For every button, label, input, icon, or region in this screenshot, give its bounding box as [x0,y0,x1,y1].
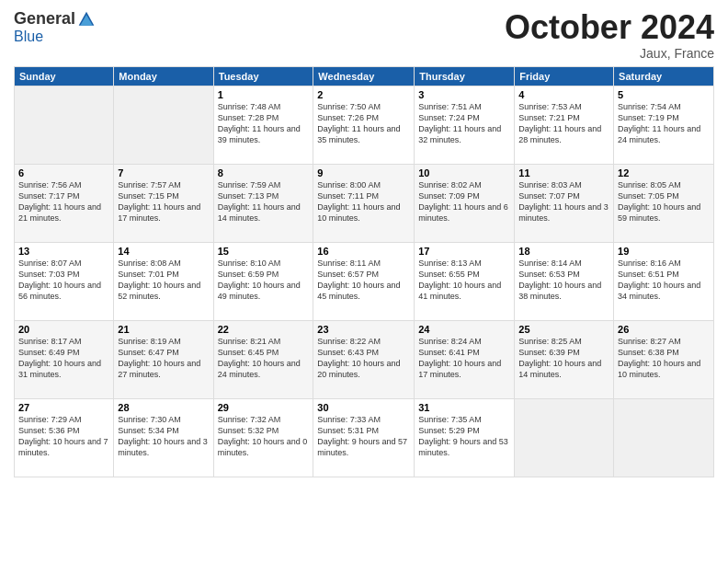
col-tuesday: Tuesday [213,66,313,86]
calendar: Sunday Monday Tuesday Wednesday Thursday… [14,66,714,477]
day-number: 13 [18,246,109,257]
day-number: 8 [218,167,310,178]
day-number: 22 [218,324,310,335]
day-detail: Sunrise: 7:29 AM Sunset: 5:36 PM Dayligh… [18,414,109,459]
day-detail: Sunrise: 7:56 AM Sunset: 7:17 PM Dayligh… [18,179,109,224]
table-row [614,398,714,477]
table-row: 10Sunrise: 8:02 AM Sunset: 7:09 PM Dayli… [415,164,515,242]
table-row [114,86,213,164]
day-detail: Sunrise: 8:17 AM Sunset: 6:49 PM Dayligh… [18,336,109,381]
day-number: 19 [618,246,710,257]
month-title: October 2024 [505,9,714,46]
day-detail: Sunrise: 8:24 AM Sunset: 6:41 PM Dayligh… [418,336,510,381]
col-saturday: Saturday [614,66,714,86]
table-row: 4Sunrise: 7:53 AM Sunset: 7:21 PM Daylig… [515,86,614,164]
day-number: 9 [317,167,410,178]
table-row: 28Sunrise: 7:30 AM Sunset: 5:34 PM Dayli… [114,398,213,477]
day-detail: Sunrise: 7:54 AM Sunset: 7:19 PM Dayligh… [618,101,710,146]
day-number: 23 [317,324,410,335]
day-number: 7 [118,167,209,178]
logo-icon [77,10,96,29]
table-row: 6Sunrise: 7:56 AM Sunset: 7:17 PM Daylig… [15,164,114,242]
table-row: 3Sunrise: 7:51 AM Sunset: 7:24 PM Daylig… [415,86,515,164]
day-detail: Sunrise: 8:16 AM Sunset: 6:51 PM Dayligh… [618,258,710,303]
table-row: 24Sunrise: 8:24 AM Sunset: 6:41 PM Dayli… [415,320,515,398]
table-row: 23Sunrise: 8:22 AM Sunset: 6:43 PM Dayli… [313,320,415,398]
col-wednesday: Wednesday [313,66,415,86]
day-number: 1 [218,89,310,100]
day-detail: Sunrise: 8:02 AM Sunset: 7:09 PM Dayligh… [418,179,510,224]
table-row: 13Sunrise: 8:07 AM Sunset: 7:03 PM Dayli… [15,242,114,320]
day-detail: Sunrise: 7:57 AM Sunset: 7:15 PM Dayligh… [118,179,209,224]
table-row: 30Sunrise: 7:33 AM Sunset: 5:31 PM Dayli… [313,398,415,477]
calendar-week-1: 1Sunrise: 7:48 AM Sunset: 7:28 PM Daylig… [15,86,714,164]
day-detail: Sunrise: 7:30 AM Sunset: 5:34 PM Dayligh… [118,414,209,459]
table-row: 31Sunrise: 7:35 AM Sunset: 5:29 PM Dayli… [415,398,515,477]
day-detail: Sunrise: 8:03 AM Sunset: 7:07 PM Dayligh… [518,179,609,224]
table-row: 15Sunrise: 8:10 AM Sunset: 6:59 PM Dayli… [213,242,313,320]
table-row: 27Sunrise: 7:29 AM Sunset: 5:36 PM Dayli… [15,398,114,477]
day-number: 3 [418,89,510,100]
day-detail: Sunrise: 8:25 AM Sunset: 6:39 PM Dayligh… [518,336,609,381]
day-number: 17 [418,246,510,257]
day-detail: Sunrise: 8:10 AM Sunset: 6:59 PM Dayligh… [218,258,310,303]
day-detail: Sunrise: 8:21 AM Sunset: 6:45 PM Dayligh… [218,336,310,381]
calendar-week-4: 20Sunrise: 8:17 AM Sunset: 6:49 PM Dayli… [15,320,714,398]
day-detail: Sunrise: 8:05 AM Sunset: 7:05 PM Dayligh… [618,179,710,224]
day-detail: Sunrise: 8:00 AM Sunset: 7:11 PM Dayligh… [317,179,410,224]
day-number: 5 [618,89,710,100]
calendar-week-3: 13Sunrise: 8:07 AM Sunset: 7:03 PM Dayli… [15,242,714,320]
col-thursday: Thursday [415,66,515,86]
day-number: 6 [18,167,109,178]
location: Jaux, France [505,46,714,61]
day-detail: Sunrise: 7:35 AM Sunset: 5:29 PM Dayligh… [418,414,510,459]
table-row: 29Sunrise: 7:32 AM Sunset: 5:32 PM Dayli… [213,398,313,477]
table-row [15,86,114,164]
col-friday: Friday [515,66,614,86]
col-monday: Monday [114,66,213,86]
day-detail: Sunrise: 8:19 AM Sunset: 6:47 PM Dayligh… [118,336,209,381]
table-row: 9Sunrise: 8:00 AM Sunset: 7:11 PM Daylig… [313,164,415,242]
table-row: 14Sunrise: 8:08 AM Sunset: 7:01 PM Dayli… [114,242,213,320]
table-row: 5Sunrise: 7:54 AM Sunset: 7:19 PM Daylig… [614,86,714,164]
table-row: 2Sunrise: 7:50 AM Sunset: 7:26 PM Daylig… [313,86,415,164]
table-row: 16Sunrise: 8:11 AM Sunset: 6:57 PM Dayli… [313,242,415,320]
day-detail: Sunrise: 8:08 AM Sunset: 7:01 PM Dayligh… [118,258,209,303]
table-row: 8Sunrise: 7:59 AM Sunset: 7:13 PM Daylig… [213,164,313,242]
day-detail: Sunrise: 7:50 AM Sunset: 7:26 PM Dayligh… [317,101,410,146]
day-detail: Sunrise: 7:53 AM Sunset: 7:21 PM Dayligh… [518,101,609,146]
day-detail: Sunrise: 7:48 AM Sunset: 7:28 PM Dayligh… [218,101,310,146]
day-number: 14 [118,246,209,257]
day-number: 24 [418,324,510,335]
day-number: 10 [418,167,510,178]
day-number: 20 [18,324,109,335]
day-number: 29 [218,402,310,413]
day-number: 28 [118,402,209,413]
calendar-week-2: 6Sunrise: 7:56 AM Sunset: 7:17 PM Daylig… [15,164,714,242]
day-number: 11 [518,167,609,178]
day-detail: Sunrise: 8:11 AM Sunset: 6:57 PM Dayligh… [317,258,410,303]
table-row: 17Sunrise: 8:13 AM Sunset: 6:55 PM Dayli… [415,242,515,320]
table-row: 20Sunrise: 8:17 AM Sunset: 6:49 PM Dayli… [15,320,114,398]
day-number: 12 [618,167,710,178]
day-detail: Sunrise: 8:27 AM Sunset: 6:38 PM Dayligh… [618,336,710,381]
calendar-week-5: 27Sunrise: 7:29 AM Sunset: 5:36 PM Dayli… [15,398,714,477]
table-row: 19Sunrise: 8:16 AM Sunset: 6:51 PM Dayli… [614,242,714,320]
day-detail: Sunrise: 7:59 AM Sunset: 7:13 PM Dayligh… [218,179,310,224]
day-number: 31 [418,402,510,413]
day-number: 2 [317,89,410,100]
day-detail: Sunrise: 7:32 AM Sunset: 5:32 PM Dayligh… [218,414,310,459]
logo-general: General [14,9,75,29]
table-row: 12Sunrise: 8:05 AM Sunset: 7:05 PM Dayli… [614,164,714,242]
table-row: 26Sunrise: 8:27 AM Sunset: 6:38 PM Dayli… [614,320,714,398]
day-number: 26 [618,324,710,335]
day-number: 25 [518,324,609,335]
day-number: 30 [317,402,410,413]
day-number: 4 [518,89,609,100]
day-detail: Sunrise: 8:22 AM Sunset: 6:43 PM Dayligh… [317,336,410,381]
day-number: 15 [218,246,310,257]
title-section: October 2024 Jaux, France [505,9,714,61]
table-row: 25Sunrise: 8:25 AM Sunset: 6:39 PM Dayli… [515,320,614,398]
table-row: 18Sunrise: 8:14 AM Sunset: 6:53 PM Dayli… [515,242,614,320]
day-detail: Sunrise: 7:33 AM Sunset: 5:31 PM Dayligh… [317,414,410,459]
